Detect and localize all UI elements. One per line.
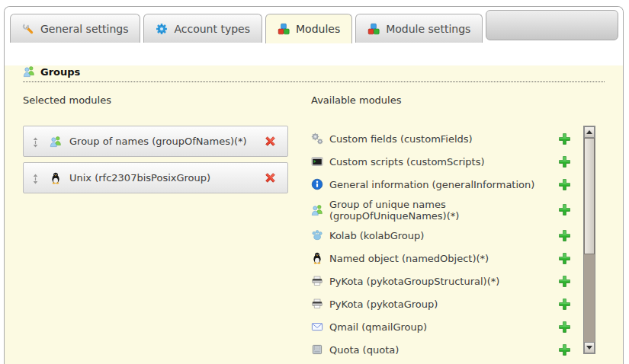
custom-fields-icon	[311, 133, 323, 145]
tab-label: Module settings	[386, 23, 470, 35]
add-icon[interactable]	[558, 178, 571, 191]
selected-module-row: Unix (rfc2307bisPosixGroup)	[23, 162, 288, 193]
available-modules-list: Custom fields (customFields) Custom scri…	[311, 120, 577, 361]
available-module-row: Custom scripts (customScripts)	[311, 150, 577, 173]
module-label: PyKota (pykotaGroup)	[329, 299, 558, 310]
selected-modules-heading: Selected modules	[23, 94, 294, 106]
section-title: Groups	[40, 66, 80, 78]
add-icon[interactable]	[558, 252, 571, 265]
tab-modules[interactable]: Modules	[265, 14, 352, 43]
drag-handle-icon[interactable]	[31, 173, 40, 184]
available-module-row: PyKota (pykotaGroupStructural)(*)	[311, 270, 577, 292]
scroll-up-button[interactable]	[584, 126, 595, 138]
tab-account-types[interactable]: Account types	[143, 14, 262, 43]
info-icon	[311, 178, 323, 190]
tab-general-settings[interactable]: General settings	[10, 14, 140, 43]
module-label: General information (generalInformation)	[329, 179, 558, 190]
delete-icon[interactable]	[264, 171, 277, 184]
available-module-row: Quota (quota)	[311, 338, 577, 361]
scrollbar[interactable]	[583, 126, 595, 354]
tux-icon	[50, 172, 62, 184]
available-module-row: PyKota (pykotaGroup)	[311, 292, 577, 315]
tab-bar-filler	[486, 10, 618, 40]
quota-icon	[311, 343, 323, 356]
selected-modules-list: Group of names (groupOfNames)(*) Unix (r…	[23, 126, 294, 193]
add-icon[interactable]	[558, 133, 571, 145]
module-label: Named object (namedObject)(*)	[329, 253, 558, 264]
add-icon[interactable]	[558, 155, 571, 168]
modules-tab-content: Groups Selected modules Group of names (…	[5, 65, 623, 364]
module-columns: Selected modules Group of names (groupOf…	[23, 94, 605, 361]
drag-handle-icon[interactable]	[31, 136, 40, 147]
group-icon	[50, 136, 62, 148]
groups-icon	[23, 65, 35, 78]
module-label: Group of unique names (groupOfUniqueName…	[329, 199, 558, 222]
selected-module-row: Group of names (groupOfNames)(*)	[23, 126, 288, 157]
scrollbar-thumb[interactable]	[584, 138, 595, 254]
available-module-row: Custom fields (customFields)	[311, 127, 577, 150]
scroll-down-arrow	[586, 346, 592, 350]
scroll-up-arrow	[586, 130, 592, 134]
printer-icon	[311, 275, 323, 287]
custom-scripts-icon	[311, 155, 323, 168]
available-module-row: Group of unique names (groupOfUniqueName…	[311, 196, 577, 224]
available-modules-heading: Available modules	[311, 94, 595, 106]
module-label: Custom fields (customFields)	[329, 133, 558, 145]
settings-window: General settings Account types Modules M…	[4, 6, 624, 364]
module-label: Custom scripts (customScripts)	[329, 156, 558, 168]
section-header: Groups	[23, 65, 605, 82]
modules-icon	[367, 23, 380, 35]
mail-icon	[311, 321, 323, 333]
module-label: PyKota (pykotaGroupStructural)(*)	[329, 276, 558, 287]
module-label: Kolab (kolabGroup)	[329, 230, 558, 241]
module-label: Quota (quota)	[329, 344, 558, 356]
tab-bar: General settings Account types Modules M…	[5, 7, 623, 43]
add-icon[interactable]	[558, 321, 571, 334]
add-icon[interactable]	[558, 203, 571, 216]
wrench-icon	[22, 23, 34, 35]
available-modules-column: Available modules Custom fields (customF…	[311, 94, 595, 361]
modules-icon	[278, 23, 290, 35]
tux-icon	[311, 252, 323, 264]
kolab-icon	[311, 229, 323, 241]
scroll-down-button[interactable]	[584, 342, 595, 353]
add-icon[interactable]	[558, 275, 571, 288]
add-icon[interactable]	[558, 229, 571, 242]
available-module-row: Kolab (kolabGroup)	[311, 224, 577, 247]
available-module-row: Qmail (qmailGroup)	[311, 315, 577, 338]
gear-icon	[156, 23, 168, 35]
available-module-row: Named object (namedObject)(*)	[311, 247, 577, 270]
module-label: Qmail (qmailGroup)	[329, 321, 558, 333]
delete-icon[interactable]	[264, 135, 277, 148]
tab-label: General settings	[40, 23, 128, 35]
module-label: Group of names (groupOfNames)(*)	[69, 136, 264, 147]
tab-label: Modules	[296, 23, 340, 35]
selected-modules-column: Selected modules Group of names (groupOf…	[23, 94, 294, 361]
add-icon[interactable]	[558, 343, 571, 356]
tab-module-settings[interactable]: Module settings	[355, 14, 483, 43]
printer-icon	[311, 298, 323, 310]
tab-label: Account types	[174, 23, 250, 35]
add-icon[interactable]	[558, 298, 571, 311]
group-icon	[311, 204, 323, 216]
module-label: Unix (rfc2307bisPosixGroup)	[69, 172, 264, 184]
available-modules-wrap: Custom fields (customFields) Custom scri…	[311, 120, 595, 361]
available-module-row: General information (generalInformation)	[311, 173, 577, 196]
